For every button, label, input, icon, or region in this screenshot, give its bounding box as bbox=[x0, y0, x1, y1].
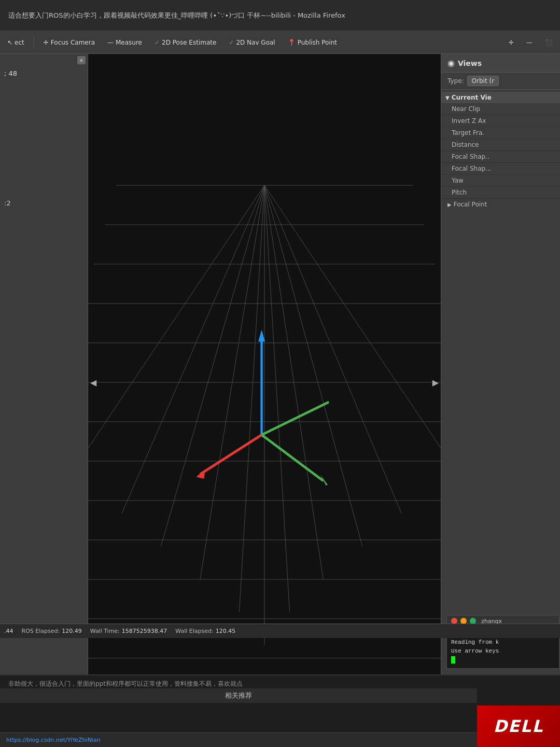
current-view-section: ▼ Current Vie Near Clip Invert Z Ax Targ… bbox=[441, 90, 560, 212]
property-near-clip: Near Clip bbox=[441, 103, 560, 115]
pitch-label: Pitch bbox=[452, 189, 554, 196]
toolbar-nav-goal[interactable]: ✓ 2D Nav Goal bbox=[226, 38, 278, 47]
browser-title-bar: 适合想要入门ROS的小白学习，跟着视频敲代码效果更佳_哔哩哔哩 (∙ˇ∵∙)づ口… bbox=[0, 0, 560, 31]
camera-icon: ⬛ bbox=[545, 39, 553, 46]
svg-line-28 bbox=[262, 402, 329, 435]
status-bar: .44 ROS Elapsed: 120.49 Wall Time: 15875… bbox=[0, 624, 560, 638]
views-header: ◉ Views bbox=[441, 54, 560, 73]
dell-logo: DELL bbox=[493, 716, 543, 736]
browser-title: 适合想要入门ROS的小白学习，跟着视频敲代码效果更佳_哔哩哔哩 (∙ˇ∵∙)づ口… bbox=[8, 11, 345, 20]
toolbar-select[interactable]: ↖ ect bbox=[4, 38, 27, 47]
type-row: Type: Orbit (r bbox=[441, 73, 560, 90]
toolbar-measure[interactable]: — Measure bbox=[104, 38, 145, 47]
viewport-arrow-left[interactable]: ◀ bbox=[90, 378, 96, 388]
measure-icon: — bbox=[107, 39, 114, 46]
distance-label: Distance bbox=[452, 141, 554, 148]
rviz-toolbar: ↖ ect ✛ Focus Camera — Measure ✓ 2D Pose… bbox=[0, 31, 560, 54]
wall-elapsed-label: Wall Elapsed: bbox=[175, 628, 213, 634]
browser-url-bar: https://blog.csdn.net/YiYeZhiNian bbox=[0, 732, 560, 747]
current-view-header[interactable]: ▼ Current Vie bbox=[441, 92, 560, 103]
browser-bottom-content: 非助很大，很适合入门，里面的ppt和程序都可以正常使用，资料接集不易，喜欢就点 bbox=[0, 675, 560, 732]
right-panel: ◉ Views Type: Orbit (r ▼ Current Vie Nea… bbox=[441, 54, 560, 711]
wall-time-value: 1587525938.47 bbox=[122, 628, 167, 634]
property-yaw: Yaw bbox=[441, 175, 560, 187]
focal-point-triangle-icon: ▶ bbox=[447, 202, 452, 208]
terminal-cursor bbox=[451, 656, 455, 663]
3d-viewport[interactable]: ◀ ▶ bbox=[88, 54, 441, 711]
svg-line-21 bbox=[264, 185, 362, 546]
ros-elapsed-value: 120.49 bbox=[62, 628, 82, 634]
cursor-icon: ↖ bbox=[7, 39, 12, 46]
property-focal-shape-1: Focal Shap.. bbox=[441, 151, 560, 163]
browser-bottom: 非助很大，很适合入门，里面的ppt和程序都可以正常使用，资料接集不易，喜欢就点 … bbox=[0, 674, 560, 747]
toolbar-pose-label: 2D Pose Estimate bbox=[162, 39, 216, 46]
toolbar-measure-label: Measure bbox=[116, 39, 142, 46]
svg-line-26 bbox=[200, 435, 262, 474]
toolbar-nav-label: 2D Nav Goal bbox=[236, 39, 275, 46]
terminal-line-2: Reading from k bbox=[451, 638, 555, 647]
status-left-number: .44 bbox=[4, 628, 13, 634]
wall-elapsed-value: 120.45 bbox=[216, 628, 236, 634]
toolbar-pose-estimate[interactable]: ✓ 2D Pose Estimate bbox=[151, 38, 219, 47]
views-icon: ◉ bbox=[447, 58, 455, 68]
status-left-value: .44 bbox=[4, 628, 13, 634]
yaw-label: Yaw bbox=[452, 177, 554, 184]
terminal-window: zhangx zhangxingsheng Reading from k Use… bbox=[446, 615, 560, 670]
type-label: Type: bbox=[447, 77, 464, 85]
focal-point-label: Focal Point bbox=[454, 201, 487, 208]
svg-marker-27 bbox=[196, 469, 205, 479]
plus-icon: ✛ bbox=[509, 39, 514, 46]
related-label: 相关推荐 bbox=[225, 691, 252, 700]
target-frame-label: Target Fra. bbox=[452, 129, 554, 136]
svg-line-20 bbox=[264, 185, 401, 514]
related-bar: 相关推荐 bbox=[0, 688, 477, 703]
focal-shape-2-label: Focal Shap... bbox=[452, 165, 554, 172]
property-distance: Distance bbox=[441, 139, 560, 151]
current-view-label: Current Vie bbox=[452, 94, 492, 101]
url-display: https://blog.csdn.net/YiYeZhiNian bbox=[6, 737, 101, 743]
pose-icon: ✓ bbox=[155, 39, 160, 46]
toolbar-focus-label: Focus Camera bbox=[51, 39, 95, 46]
toolbar-select-label: ect bbox=[15, 39, 24, 46]
coord-display-2: :2 bbox=[4, 199, 11, 207]
status-ros-elapsed: ROS Elapsed: 120.49 bbox=[22, 628, 82, 634]
svg-line-15 bbox=[161, 185, 264, 546]
svg-line-29 bbox=[262, 435, 324, 481]
pin-icon: 📍 bbox=[288, 39, 296, 46]
svg-line-14 bbox=[122, 185, 264, 514]
bottom-text: 非助很大，很适合入门，里面的ppt和程序都可以正常使用，资料接集不易，喜欢就点 bbox=[8, 680, 243, 687]
property-target-frame: Target Fra. bbox=[441, 127, 560, 139]
dell-logo-area: DELL bbox=[477, 706, 560, 747]
terminal-line-3: Use arrow keys bbox=[451, 647, 555, 656]
type-value[interactable]: Orbit (r bbox=[467, 76, 499, 86]
focus-icon: ✛ bbox=[44, 39, 49, 46]
status-wall-time: Wall Time: 1587525938.47 bbox=[90, 628, 167, 634]
status-wall-elapsed: Wall Elapsed: 120.45 bbox=[175, 628, 235, 634]
svg-line-23 bbox=[264, 185, 290, 612]
toolbar-focus-camera[interactable]: ✛ Focus Camera bbox=[40, 38, 98, 47]
focal-point-row[interactable]: ▶ Focal Point bbox=[441, 199, 560, 210]
expand-triangle-icon: ▼ bbox=[445, 95, 450, 101]
property-focal-shape-2: Focal Shap... bbox=[441, 163, 560, 175]
toolbar-publish-point[interactable]: 📍 Publish Point bbox=[285, 38, 340, 47]
coord-display-1: ; 48 bbox=[4, 70, 83, 77]
property-invert-z: Invert Z Ax bbox=[441, 115, 560, 127]
toolbar-add-icon[interactable]: ✛ bbox=[506, 38, 517, 47]
focal-shape-1-label: Focal Shap.. bbox=[452, 153, 554, 160]
near-clip-label: Near Clip bbox=[452, 105, 554, 113]
toolbar-minus-icon[interactable]: — bbox=[523, 38, 536, 47]
nav-icon: ✓ bbox=[229, 39, 234, 46]
toolbar-camera-icon[interactable]: ⬛ bbox=[542, 38, 556, 47]
minus-icon: — bbox=[526, 39, 533, 46]
left-panel: × ; 48 :2 l use for their origin. Remove… bbox=[0, 54, 88, 711]
viewport-arrow-right[interactable]: ▶ bbox=[432, 378, 439, 388]
grid-visualization bbox=[88, 54, 441, 711]
close-button[interactable]: × bbox=[77, 56, 86, 64]
toolbar-publish-label: Publish Point bbox=[298, 39, 337, 46]
ros-elapsed-label: ROS Elapsed: bbox=[22, 628, 60, 634]
property-pitch: Pitch bbox=[441, 187, 560, 199]
toolbar-divider-1 bbox=[34, 36, 34, 49]
wall-time-label: Wall Time: bbox=[90, 628, 120, 634]
svg-marker-25 bbox=[258, 330, 265, 342]
views-title: Views bbox=[458, 59, 482, 67]
